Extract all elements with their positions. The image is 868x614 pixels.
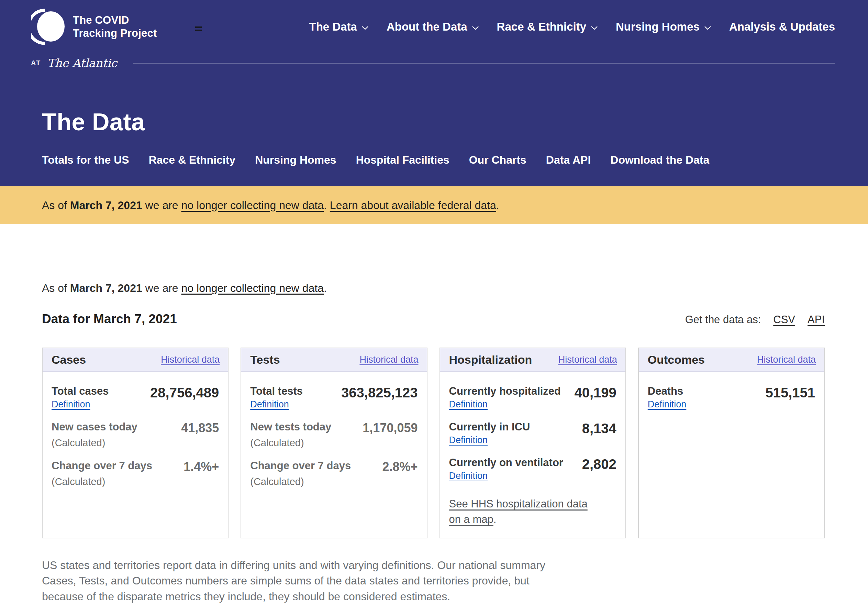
brand-logo[interactable]: The COVID Tracking Project: [31, 9, 157, 45]
chevron-down-icon: [361, 26, 369, 30]
main-content: As of March 7, 2021 we are no longer col…: [0, 224, 868, 614]
calculated-note: (Calculated): [51, 437, 138, 449]
stat-row: Change over 7 days (Calculated) 2.8%+: [250, 460, 417, 488]
chevron-down-icon: [591, 26, 598, 30]
notice-banner-text: As of March 7, 2021 we are no longer col…: [42, 199, 499, 212]
nav-item-nursing-homes[interactable]: Nursing Homes: [616, 20, 711, 33]
subnav-download-the-data[interactable]: Download the Data: [610, 154, 709, 166]
stat-value: 28,756,489: [147, 385, 219, 401]
byline-at-label: AT: [31, 59, 41, 67]
card-title: Outcomes: [648, 353, 705, 367]
card-header: Cases Historical data: [43, 348, 228, 372]
subnav-totals-for-the-us[interactable]: Totals for the US: [42, 154, 129, 166]
historical-data-link[interactable]: Historical data: [558, 354, 617, 365]
stat-value: 363,825,123: [338, 385, 417, 401]
definition-link[interactable]: Definition: [648, 399, 687, 410]
subnav-nursing-homes[interactable]: Nursing Homes: [255, 154, 336, 166]
chevron-down-icon: [472, 26, 479, 30]
card-header: Hospitalization Historical data: [440, 348, 625, 372]
subnav-race-ethnicity[interactable]: Race & Ethnicity: [149, 154, 236, 166]
stat-label: Total tests: [250, 385, 303, 397]
chevron-down-icon: [704, 26, 711, 30]
get-data-as: Get the data as: CSV API: [685, 314, 825, 326]
the-atlantic-wordmark[interactable]: The Atlantic: [47, 56, 117, 70]
stat-value: 8,134: [579, 421, 617, 436]
stat-value: 40,199: [571, 385, 616, 401]
notice-banner: As of March 7, 2021 we are no longer col…: [0, 187, 868, 224]
stat-label: Total cases: [51, 385, 109, 397]
csv-link[interactable]: CSV: [773, 314, 795, 326]
card-header: Tests Historical data: [241, 348, 426, 372]
header-divider: [133, 63, 835, 64]
historical-data-link[interactable]: Historical data: [757, 354, 816, 365]
stat-row: New cases today (Calculated) 41,835: [51, 421, 219, 449]
historical-data-link[interactable]: Historical data: [360, 354, 418, 365]
stat-label: Currently hospitalized: [449, 385, 561, 397]
no-longer-collecting-link[interactable]: no longer collecting new data: [181, 199, 324, 211]
stat-row: Currently in ICU Definition 8,134: [449, 421, 617, 446]
stat-row: New tests today (Calculated) 1,170,059: [250, 421, 417, 449]
stat-label: New cases today: [51, 421, 138, 433]
historical-data-link[interactable]: Historical data: [161, 354, 220, 365]
subnav-our-charts[interactable]: Our Charts: [469, 154, 527, 166]
stat-value: 515,151: [762, 385, 815, 401]
stat-label: Currently in ICU: [449, 421, 530, 433]
definition-link[interactable]: Definition: [449, 435, 488, 446]
stat-value: 1.4%+: [180, 460, 219, 474]
stat-row: Change over 7 days (Calculated) 1.4%+: [51, 460, 219, 488]
hhs-map-note: See HHS hospitalization data on a map.: [449, 496, 617, 527]
site-header: The COVID Tracking Project The Data Abou…: [0, 0, 868, 187]
summary-cards: Cases Historical data Total cases Defini…: [42, 348, 825, 538]
card-title: Cases: [51, 353, 86, 367]
stat-value: 1,170,059: [359, 421, 417, 435]
subnav-hospital-facilities[interactable]: Hospital Facilities: [356, 154, 450, 166]
tests-card: Tests Historical data Total tests Defini…: [240, 348, 427, 538]
page-subnav: Totals for the US Race & Ethnicity Nursi…: [42, 154, 835, 166]
stat-label: New tests today: [250, 421, 331, 433]
card-header: Outcomes Historical data: [639, 348, 824, 372]
nav-item-about-the-data[interactable]: About the Data: [387, 20, 479, 33]
outcomes-card: Outcomes Historical data Deaths Definiti…: [638, 348, 825, 538]
definition-link[interactable]: Definition: [449, 471, 488, 481]
stat-row: Currently hospitalized Definition 40,199: [449, 385, 617, 410]
card-title: Tests: [250, 353, 280, 367]
stat-row: Deaths Definition 515,151: [648, 385, 815, 410]
menu-icon[interactable]: [195, 26, 202, 31]
brand-name-line2: Tracking Project: [73, 27, 157, 40]
covid-tracking-project-logo-icon: [31, 9, 65, 45]
calculated-note: (Calculated): [250, 437, 331, 449]
nav-item-race-ethnicity[interactable]: Race & Ethnicity: [497, 20, 598, 33]
main-nav: The Data About the Data Race & Ethnicity…: [309, 20, 835, 33]
data-collection-note: As of March 7, 2021 we are no longer col…: [42, 282, 825, 295]
stat-value: 2,802: [579, 457, 617, 472]
nav-item-analysis-updates[interactable]: Analysis & Updates: [729, 20, 835, 33]
data-date-heading: Data for March 7, 2021: [42, 312, 177, 326]
brand-name: The COVID Tracking Project: [73, 14, 157, 40]
federal-data-link[interactable]: Learn about available federal data: [330, 199, 496, 211]
nav-item-the-data[interactable]: The Data: [309, 20, 369, 33]
no-longer-collecting-link[interactable]: no longer collecting new data: [181, 282, 324, 294]
cases-card: Cases Historical data Total cases Defini…: [42, 348, 228, 538]
stat-label: Currently on ventilator: [449, 457, 563, 469]
stat-row: Currently on ventilator Definition 2,802: [449, 457, 617, 481]
definition-link[interactable]: Definition: [449, 399, 488, 410]
stat-value: 41,835: [178, 421, 219, 435]
subnav-data-api[interactable]: Data API: [546, 154, 591, 166]
definition-link[interactable]: Definition: [51, 399, 90, 410]
stat-label: Change over 7 days: [250, 460, 351, 472]
api-link[interactable]: API: [808, 314, 825, 326]
get-data-label: Get the data as:: [685, 314, 761, 326]
brand-name-line1: The COVID: [73, 14, 157, 27]
stat-label: Deaths: [648, 385, 687, 397]
hhs-map-link[interactable]: See HHS hospitalization data on a map: [449, 498, 587, 525]
national-summary-disclaimer: US states and territories report data in…: [42, 558, 547, 605]
stat-row: Total tests Definition 363,825,123: [250, 385, 417, 410]
stat-label: Change over 7 days: [51, 460, 152, 472]
calculated-note: (Calculated): [51, 476, 152, 488]
hospitalization-card: Hospitalization Historical data Currentl…: [440, 348, 626, 538]
stat-value: 2.8%+: [379, 460, 417, 474]
calculated-note: (Calculated): [250, 476, 351, 488]
stat-row: Total cases Definition 28,756,489: [51, 385, 219, 410]
card-title: Hospitalization: [449, 353, 532, 367]
definition-link[interactable]: Definition: [250, 399, 289, 410]
